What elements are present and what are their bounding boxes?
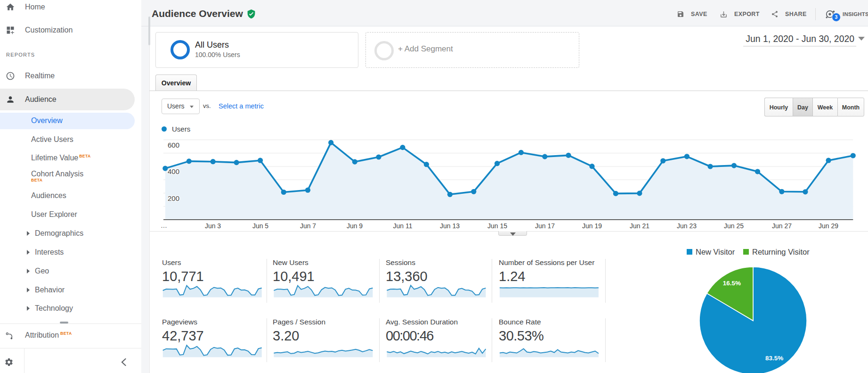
svg-text:16.5%: 16.5% xyxy=(723,280,741,287)
svg-text:83.5%: 83.5% xyxy=(765,355,783,362)
